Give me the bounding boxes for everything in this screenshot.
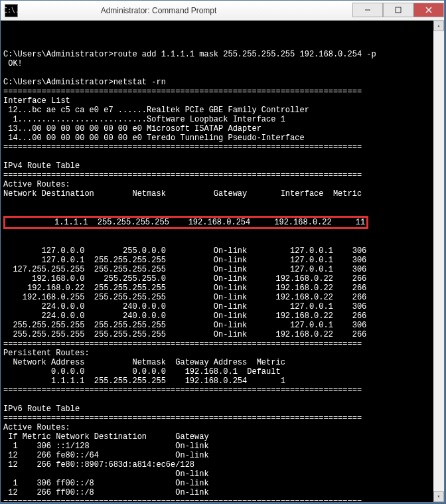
chevron-down-icon: ▾	[437, 492, 441, 501]
svg-rect-1	[396, 7, 401, 13]
chevron-up-icon: ▴	[437, 21, 441, 31]
maximize-button[interactable]	[383, 3, 413, 17]
terminal-line: 0.0.0.0 0.0.0.0 192.168.0.1 Default	[3, 367, 441, 377]
terminal-line: 255.255.255.255 255.255.255.255 On-link …	[3, 321, 441, 330]
terminal-line: 192.168.0.255 255.255.255.255 On-link 19…	[3, 293, 441, 302]
close-icon	[425, 7, 432, 13]
terminal-line: Persistent Routes:	[3, 349, 441, 358]
vertical-scrollbar[interactable]: ▴ ▾	[433, 21, 444, 502]
terminal-line: ========================================…	[3, 87, 441, 96]
terminal-line: 1...........................Software Loo…	[3, 115, 441, 124]
terminal-line: 192.168.0.0 255.255.255.0 On-link 192.16…	[3, 274, 441, 284]
terminal-line: ========================================…	[3, 171, 441, 180]
terminal-line: 12 266 fe80::8907:683d:a814:ec6e/128	[3, 460, 441, 469]
terminal-line: 12 266 ff00::/8 On-link	[3, 488, 441, 497]
terminal-output[interactable]: C:\Users\Administrator>route add 1.1.1.1…	[1, 21, 444, 502]
terminal-line: ========================================…	[3, 386, 441, 395]
terminal-line: 127.0.0.1 255.255.255.255 On-link 127.0.…	[3, 256, 441, 265]
terminal-line	[3, 152, 441, 161]
minimize-icon	[364, 7, 371, 13]
terminal-line: 13...00 00 00 00 00 00 00 e0 Microsoft I…	[3, 124, 441, 133]
terminal-line: ========================================…	[3, 339, 441, 349]
terminal-line: 1.1.1.1 255.255.255.255 192.168.0.254 1	[3, 377, 441, 386]
terminal-line: ========================================…	[3, 497, 441, 502]
terminal-line: If Metric Network Destination Gateway	[3, 432, 441, 442]
terminal-line	[3, 41, 441, 50]
scroll-up-button[interactable]: ▴	[433, 21, 444, 31]
terminal-line: ========================================…	[3, 414, 441, 423]
window-controls	[352, 3, 444, 17]
terminal-line: 12 266 fe80::/64 On-link	[3, 451, 441, 460]
terminal-line: 127.255.255.255 255.255.255.255 On-link …	[3, 265, 441, 274]
highlighted-route-row: 1.1.1.1 255.255.255.255 192.168.0.254 19…	[3, 216, 368, 229]
terminal-line: 192.168.0.22 255.255.255.255 On-link 192…	[3, 284, 441, 293]
scroll-track[interactable]	[433, 31, 444, 491]
command-prompt-window: C:\. Administrator: Command Prompt C:\Us…	[0, 0, 445, 503]
terminal-line: C:\Users\Administrator>route add 1.1.1.1…	[3, 50, 441, 59]
terminal-line: Active Routes:	[3, 423, 441, 432]
scroll-down-button[interactable]: ▾	[433, 491, 444, 502]
terminal-line: Network Address Netmask Gateway Address …	[3, 358, 441, 367]
window-title: Administrator: Command Prompt	[0, 6, 352, 15]
terminal-line: 127.0.0.0 255.0.0.0 On-link 127.0.0.1 30…	[3, 246, 441, 256]
terminal-line: On-link	[3, 469, 441, 479]
terminal-line: 224.0.0.0 240.0.0.0 On-link 127.0.0.1 30…	[3, 302, 441, 311]
terminal-line: Network Destination Netmask Gateway Inte…	[3, 189, 441, 199]
terminal-line: IPv6 Route Table	[3, 404, 441, 414]
maximize-icon	[395, 7, 402, 13]
terminal-line	[3, 68, 441, 78]
terminal-line	[3, 395, 441, 404]
close-button[interactable]	[413, 3, 444, 17]
terminal-line: Active Routes:	[3, 180, 441, 189]
terminal-line: Interface List	[3, 96, 441, 106]
titlebar[interactable]: C:\. Administrator: Command Prompt	[1, 1, 444, 21]
terminal-line: IPv4 Route Table	[3, 161, 441, 171]
minimize-button[interactable]	[352, 3, 383, 17]
terminal-line: 1 306 ::1/128 On-link	[3, 442, 441, 451]
terminal-line: OK!	[3, 59, 441, 68]
terminal-line: 12...bc ae c5 ca e0 e7 ......Realtek PCI…	[3, 106, 441, 115]
terminal-line: 224.0.0.0 240.0.0.0 On-link 192.168.0.22…	[3, 311, 441, 321]
terminal-line: C:\Users\Administrator>netstat -rn	[3, 78, 441, 87]
terminal-line: 255.255.255.255 255.255.255.255 On-link …	[3, 330, 441, 339]
terminal-line: ========================================…	[3, 143, 441, 152]
terminal-line: 14...00 00 00 00 00 00 00 e0 Teredo Tunn…	[3, 133, 441, 143]
terminal-line: 1 306 ff00::/8 On-link	[3, 479, 441, 488]
